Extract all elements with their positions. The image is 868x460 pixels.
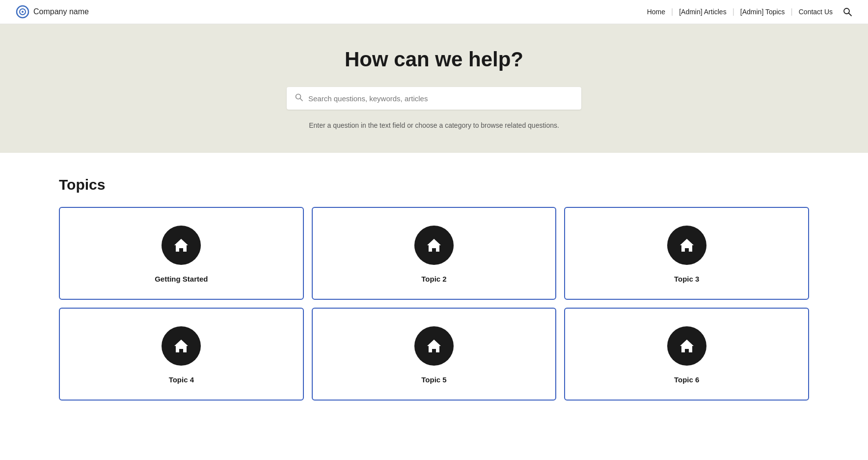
topic-card-6[interactable]: Topic 6 (564, 308, 809, 401)
logo-icon (16, 5, 29, 19)
svg-line-4 (849, 13, 852, 16)
hero-hint: Enter a question in the text field or ch… (16, 121, 852, 129)
topic-card-3[interactable]: Topic 3 (564, 207, 809, 300)
topic-card-1[interactable]: Getting Started (59, 207, 304, 300)
topic-icon-1 (162, 226, 201, 265)
nav-link-admin-topics[interactable]: [Admin] Topics (734, 8, 791, 16)
topic-icon-2 (414, 226, 454, 265)
nav-search-icon[interactable] (842, 7, 852, 17)
svg-line-6 (300, 98, 302, 101)
hero-title: How can we help? (16, 48, 852, 71)
topic-icon-6 (667, 326, 706, 366)
topics-grid: Getting Started Topic 2 Topic 3 Topic 4 … (59, 207, 809, 401)
topic-icon-4 (162, 326, 201, 366)
main-nav: Company name Home | [Admin] Articles | [… (0, 0, 868, 24)
nav-link-admin-articles[interactable]: [Admin] Articles (673, 8, 732, 16)
hero-section: How can we help? Enter a question in the… (0, 24, 868, 153)
topic-label-2: Topic 2 (421, 275, 446, 283)
topic-card-2[interactable]: Topic 2 (312, 207, 557, 300)
search-icon (295, 93, 303, 104)
topic-icon-5 (414, 326, 454, 366)
logo[interactable]: Company name (16, 5, 89, 19)
logo-text: Company name (33, 7, 89, 16)
topic-label-1: Getting Started (155, 275, 208, 283)
topic-label-3: Topic 3 (674, 275, 699, 283)
nav-link-contact-us[interactable]: Contact Us (793, 8, 839, 16)
topics-title: Topics (59, 176, 809, 193)
topic-label-6: Topic 6 (674, 375, 699, 384)
topics-section: Topics Getting Started Topic 2 Topic 3 T… (0, 153, 868, 424)
topic-icon-3 (667, 226, 706, 265)
nav-link-home[interactable]: Home (641, 8, 671, 16)
search-input[interactable] (308, 94, 573, 103)
search-bar (287, 87, 581, 110)
topic-card-5[interactable]: Topic 5 (312, 308, 557, 401)
topic-label-4: Topic 4 (169, 375, 194, 384)
topic-label-5: Topic 5 (421, 375, 446, 384)
topic-card-4[interactable]: Topic 4 (59, 308, 304, 401)
nav-links: Home | [Admin] Articles | [Admin] Topics… (641, 7, 852, 17)
svg-point-2 (22, 11, 24, 13)
